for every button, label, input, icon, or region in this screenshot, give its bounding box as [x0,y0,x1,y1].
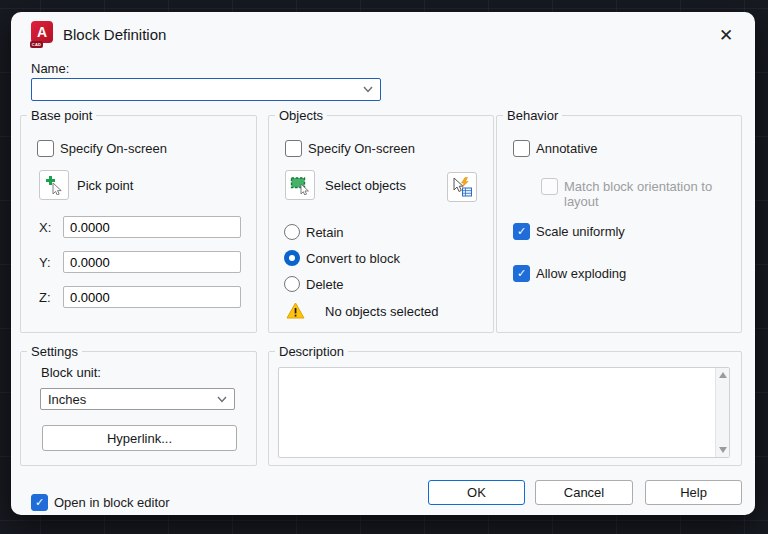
checkbox-unchecked [37,140,54,157]
allow-exploding-label: Allow exploding [536,265,626,281]
radio-delete[interactable]: Delete [284,276,344,292]
cancel-button[interactable]: Cancel [535,480,633,505]
pick-point-label: Pick point [77,178,133,193]
base-point-group: Base point Specify On-screen Pick point … [20,115,257,333]
hyperlink-button[interactable]: Hyperlink... [42,425,237,451]
radio-convert-label: Convert to block [306,251,400,266]
radio-retain-label: Retain [306,225,344,240]
behavior-group-title: Behavior [503,108,562,123]
annotative-checkbox[interactable]: Annotative [513,140,597,157]
name-combobox[interactable] [31,78,381,101]
autocad-logo-icon: A CAD [31,21,53,43]
block-unit-label: Block unit: [41,365,101,380]
description-group-title: Description [275,344,348,359]
ok-button[interactable]: OK [428,480,525,505]
behavior-group: Behavior Annotative Match block orientat… [496,115,742,333]
autocad-logo-letter: A [37,25,47,39]
radio-retain[interactable]: Retain [284,224,344,240]
block-unit-value: Inches [48,392,86,407]
checkbox-checked: ✓ [513,265,530,282]
match-block-orientation-label: Match block orientation to layout [564,178,722,209]
titlebar: A CAD Block Definition ✕ [11,12,755,56]
settings-group-title: Settings [27,344,82,359]
description-textarea[interactable] [279,368,715,457]
z-label: Z: [39,290,63,305]
match-block-orientation-checkbox: Match block orientation to layout [541,178,722,209]
scroll-up-icon[interactable] [719,372,727,378]
z-input[interactable] [63,286,241,308]
chevron-down-icon [217,396,227,403]
radio-off [284,224,300,240]
help-button[interactable]: Help [645,480,742,505]
checkbox-unchecked [513,140,530,157]
radio-delete-label: Delete [306,277,344,292]
pick-point-button[interactable] [39,170,69,200]
settings-group: Settings Block unit: Inches Hyperlink... [20,351,257,466]
base-specify-onscreen-checkbox[interactable]: Specify On-screen [37,140,167,157]
description-group: Description [268,351,742,466]
radio-convert-to-block[interactable]: Convert to block [284,250,400,266]
close-icon[interactable]: ✕ [713,22,739,48]
annotative-label: Annotative [536,140,597,156]
scroll-down-icon[interactable] [719,447,727,453]
radio-off [284,276,300,292]
warning-icon [286,302,305,319]
select-objects-icon [290,175,310,195]
pick-point-icon [44,175,64,195]
y-input[interactable] [63,251,241,273]
base-point-group-title: Base point [27,108,96,123]
open-in-block-editor-checkbox[interactable]: ✓ Open in block editor [31,494,170,511]
name-label: Name: [31,61,69,76]
objects-specify-onscreen-checkbox[interactable]: Specify On-screen [285,140,415,157]
description-textarea-container [278,367,730,458]
open-in-block-editor-label: Open in block editor [54,494,170,510]
objects-status-text: No objects selected [325,304,438,319]
description-scrollbar[interactable] [715,368,729,457]
select-objects-label: Select objects [325,178,406,193]
x-label: X: [39,220,63,235]
block-unit-select[interactable]: Inches [40,388,235,410]
quick-select-icon [452,177,472,197]
block-definition-dialog: A CAD Block Definition ✕ Name: Base poin… [11,12,755,515]
checkbox-checked: ✓ [513,223,530,240]
objects-specify-onscreen-label: Specify On-screen [308,140,415,156]
objects-group-title: Objects [275,108,327,123]
y-label: Y: [39,255,63,270]
dialog-title: Block Definition [63,26,166,43]
scale-uniformly-label: Scale uniformly [536,223,625,239]
autocad-logo-band: CAD [30,41,43,48]
scale-uniformly-checkbox[interactable]: ✓ Scale uniformly [513,223,625,240]
checkbox-disabled [541,178,558,195]
checkbox-checked: ✓ [31,494,48,511]
select-objects-button[interactable] [285,170,315,200]
objects-group: Objects Specify On-screen Select objects… [268,115,494,333]
checkbox-unchecked [285,140,302,157]
base-specify-onscreen-label: Specify On-screen [60,140,167,156]
name-input[interactable] [32,79,363,100]
allow-exploding-checkbox[interactable]: ✓ Allow exploding [513,265,626,282]
chevron-down-icon [363,86,373,93]
radio-on [284,250,300,266]
x-input[interactable] [63,216,241,238]
quick-select-button[interactable] [447,172,477,202]
